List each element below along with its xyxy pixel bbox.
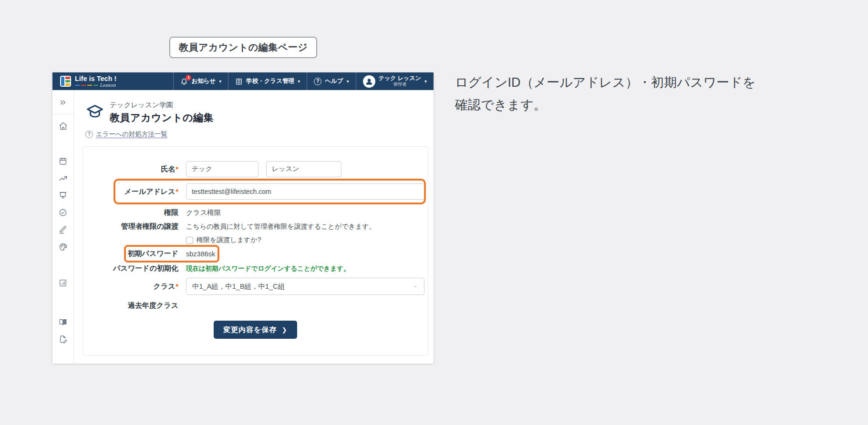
user-name: テック レッスン	[379, 75, 421, 82]
save-button[interactable]: 変更内容を保存 ❯	[214, 321, 297, 339]
form-row-email: メールアドレス*	[83, 183, 428, 200]
password-status-text: 現在は初期パスワードでログインすることができます。	[186, 264, 428, 273]
initial-password-value: sbz386sk	[186, 250, 428, 258]
chevron-down-icon: ▾	[298, 79, 300, 84]
required-marker: *	[176, 165, 178, 173]
logo[interactable]: Life is Tech ! Lesson	[52, 72, 124, 90]
transfer-label: 管理者権限の譲渡	[83, 222, 178, 231]
trending-up-icon	[59, 174, 68, 185]
form-row-permission: 権限 クラス権限	[83, 208, 428, 217]
user-role: 管理者	[393, 82, 407, 87]
nav-user-menu[interactable]: テック レッスン 管理者 ▾	[356, 72, 434, 90]
sidebar-collapse-button[interactable]	[52, 96, 73, 111]
nav-help-menu[interactable]: ? ヘルプ ▾	[307, 72, 355, 90]
page-label-badge: 教員アカウントの編集ページ	[169, 37, 317, 58]
page-title: 教員アカウントの編集	[110, 111, 214, 124]
pencil-line-icon	[59, 225, 67, 236]
sidebar-item-textbook[interactable]	[52, 315, 73, 331]
error-help-link[interactable]: エラーへの対処方法一覧	[96, 130, 167, 139]
graduation-cap-icon	[85, 103, 104, 121]
form-row-transfer: 管理者権限の譲渡 こちらの教員に対して管理者権限を譲渡することができます。	[83, 222, 428, 231]
email-input[interactable]	[186, 183, 424, 200]
school-name: テックレッスン学園	[110, 101, 214, 110]
logo-title: Life is Tech !	[75, 75, 116, 82]
teacher-edit-form: 氏名* メールアドレス* 権限 クラス権限	[83, 146, 428, 355]
main-content: テックレッスン学園 教員アカウントの編集 ? エラーへの対処方法一覧 氏名*	[74, 90, 434, 364]
form-row-initial-password: 初期パスワード sbz386sk	[83, 249, 428, 258]
sidebar-item-reports[interactable]	[52, 276, 73, 292]
form-row-password-reset: パスワードの初期化 現在は初期パスワードでログインすることができます。	[83, 264, 428, 273]
sidebar	[52, 90, 74, 364]
check-circle-icon	[59, 208, 67, 219]
sidebar-item-survey[interactable]	[52, 333, 73, 348]
permission-value: クラス権限	[186, 208, 428, 217]
form-row-past-classes: 過去年度クラス	[83, 301, 428, 310]
classes-label: クラス*	[83, 282, 178, 291]
chevron-down-icon: ▾	[424, 79, 427, 84]
bell-icon: 1	[180, 78, 188, 85]
nav-help-label: ヘルプ	[325, 77, 343, 85]
classes-select[interactable]: 中1_A組，中1_B組，中1_C組 ⌄	[186, 278, 424, 295]
top-navbar: Life is Tech ! Lesson 1 お知らせ ▾	[52, 72, 434, 90]
book-icon	[59, 318, 67, 328]
password-reset-label: パスワードの初期化	[83, 264, 178, 273]
chevron-down-icon: ▾	[219, 79, 221, 84]
required-marker: *	[176, 283, 178, 290]
logo-lesson-script: Lesson	[100, 83, 116, 88]
help-icon: ?	[314, 78, 321, 85]
last-name-input[interactable]	[266, 161, 341, 177]
transfer-checkbox-label: 権限を譲渡しますか?	[196, 236, 261, 244]
bar-chart-box-icon	[59, 279, 67, 289]
nav-school-class-label: 学校・クラス管理	[246, 77, 294, 85]
form-row-classes: クラス* 中1_A組，中1_B組，中1_C組 ⌄	[83, 278, 428, 295]
nav-school-class-menu[interactable]: 学校・クラス管理 ▾	[228, 72, 307, 90]
sidebar-item-creative[interactable]	[52, 240, 73, 255]
sidebar-item-calendar[interactable]	[52, 154, 73, 170]
palette-icon	[59, 243, 68, 253]
sidebar-item-attendance[interactable]	[52, 206, 73, 221]
transfer-checkbox[interactable]	[186, 237, 193, 244]
name-label: 氏名*	[83, 165, 178, 174]
past-classes-label: 過去年度クラス	[83, 301, 178, 310]
sidebar-item-edit[interactable]	[52, 223, 73, 238]
sidebar-item-presentation[interactable]	[52, 189, 73, 204]
save-button-label: 変更内容を保存	[223, 325, 277, 334]
sidebar-item-home[interactable]	[52, 119, 73, 134]
form-row-name: 氏名*	[83, 161, 428, 177]
chevron-right-icon: ❯	[282, 326, 288, 334]
required-marker: *	[176, 188, 178, 195]
question-circle-icon: ?	[85, 131, 93, 138]
user-avatar-icon	[363, 75, 375, 88]
home-icon	[59, 121, 68, 132]
file-pen-icon	[59, 335, 67, 345]
nav-notifications[interactable]: 1 お知らせ ▾	[173, 72, 228, 90]
transfer-description: こちらの教員に対して管理者権限を譲渡することができます。	[186, 223, 428, 231]
calendar-icon	[59, 157, 67, 167]
annotation-text: ログインID（メールアドレス）・初期パスワードを 確認できます。	[455, 71, 832, 117]
initial-password-label: 初期パスワード	[83, 249, 178, 258]
app-window: Life is Tech ! Lesson 1 お知らせ ▾	[52, 72, 434, 364]
email-label: メールアドレス*	[83, 187, 178, 196]
sidebar-item-progress[interactable]	[52, 172, 73, 187]
logo-subtitle-row: Lesson	[75, 83, 116, 88]
permission-label: 権限	[83, 208, 178, 217]
chevrons-right-icon	[59, 98, 67, 109]
form-row-transfer-checkbox: 権限を譲渡しますか?	[83, 236, 428, 244]
first-name-input[interactable]	[186, 161, 258, 177]
life-is-tech-logo-icon	[60, 76, 71, 87]
nav-notifications-label: お知らせ	[191, 77, 216, 85]
building-icon	[235, 78, 243, 85]
chevron-down-icon: ▾	[347, 79, 349, 84]
presentation-screen-icon	[59, 191, 67, 202]
classes-select-value: 中1_A組，中1_B組，中1_C組	[192, 282, 285, 291]
notification-count-badge: 1	[186, 75, 191, 81]
